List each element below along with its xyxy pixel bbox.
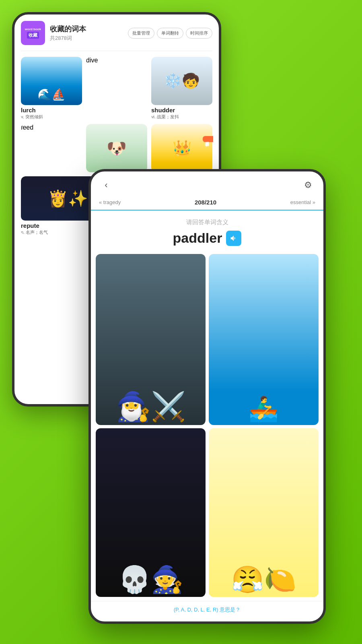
word-card-lurch[interactable]: lurch v. 突然倾斜 <box>21 57 82 120</box>
puppy-image: 🐶 <box>86 124 147 172</box>
wordbook-count: 共2878词 <box>50 35 123 42</box>
lurch-def: v. 突然倾斜 <box>21 114 82 120</box>
option-c[interactable]: 💀🧙 C. 诅咒；咒骂；诽谤 <box>96 428 206 597</box>
word-row-1: lurch v. 突然倾斜 dive ❄️🧒 shudder vi. 战栗；发抖 <box>21 57 212 120</box>
king-image: 👑 <box>151 124 212 172</box>
shudder-def: vi. 战栗；发抖 <box>151 114 212 120</box>
word-card-dive[interactable]: dive <box>86 57 147 120</box>
option-a[interactable]: 🧙‍♂️⚔️ A. 勇敢的；英勇的； 勇敢地面对 <box>96 254 206 425</box>
quiz-progress-nav: « tragedy 208/210 essential » <box>91 196 323 211</box>
lurch-image <box>21 57 82 105</box>
word-card-feed[interactable]: feed <box>21 124 82 172</box>
option-b-image: 🚣‍♂️ <box>209 254 319 425</box>
quiz-spelling: (P, A, D, D, L, E, R) 意思是？ <box>91 601 323 621</box>
quiz-prompt: 请回答单词含义 <box>99 219 315 226</box>
back-button[interactable]: ‹ <box>99 178 113 192</box>
progress-indicator: 208/210 <box>195 199 216 206</box>
option-c-image: 💀🧙 <box>96 428 206 597</box>
feed-card: feed <box>21 124 82 172</box>
shudder-word: shudder <box>151 107 212 114</box>
quiz-question-area: 请回答单词含义 paddler <box>91 211 323 250</box>
time-sort-button[interactable]: 时间排序 <box>186 28 212 39</box>
dive-card: dive <box>86 57 147 105</box>
quiz-word: paddler <box>173 230 222 246</box>
wordbook-title: 收藏的词本 <box>50 24 123 34</box>
settings-button[interactable]: ⚙ <box>301 178 315 192</box>
option-d[interactable]: 😤🍋 D. 不愉快的；厌恶的； 不为人喜的 <box>209 428 319 597</box>
quiz-word-row: paddler <box>99 230 315 246</box>
option-a-image: 🧙‍♂️⚔️ <box>96 254 206 425</box>
sound-button[interactable] <box>226 231 241 246</box>
option-b[interactable]: 🚣‍♂️ B. 涉水者；涉泥浆者； 划独木舟者 <box>209 254 319 425</box>
restudy-tag: 重新学 <box>203 136 213 142</box>
quiz-options: 🧙‍♂️⚔️ A. 勇敢的；英勇的； 勇敢地面对 🚣‍♂️ B. 涉水者；涉泥浆… <box>91 250 323 601</box>
wordbook-icon: word book 收藏 <box>21 21 45 45</box>
batch-manage-button[interactable]: 批量管理 <box>128 28 154 39</box>
shudder-image: ❄️🧒 <box>151 57 212 105</box>
spelling-text[interactable]: (P, A, D, D, L, E, R) 意思是？ <box>97 606 317 613</box>
wordbook-actions: 批量管理 单词翻转 时间排序 <box>128 28 212 39</box>
option-d-image: 😤🍋 <box>209 428 319 597</box>
wordbook-header: word book 收藏 收藏的词本 共2878词 批量管理 单词翻转 时间排序 <box>21 21 212 51</box>
word-card-king[interactable]: 👑 n... <box>151 124 212 172</box>
quiz-navbar: ‹ ⚙ <box>91 171 323 196</box>
word-card-puppy[interactable]: 🐶 p... <box>86 124 147 172</box>
phone-front: ‹ ⚙ « tragedy 208/210 essential » 请回答单词含… <box>88 169 326 624</box>
speaker-icon <box>230 234 238 242</box>
next-word-nav[interactable]: essential » <box>290 199 315 205</box>
wordbook-title-area: 收藏的词本 共2878词 <box>50 24 123 42</box>
lurch-word: lurch <box>21 107 82 114</box>
prev-word-nav[interactable]: « tragedy <box>99 199 121 205</box>
word-card-shudder[interactable]: ❄️🧒 shudder vi. 战栗；发抖 <box>151 57 212 120</box>
word-row-2: 重新学 feed 🐶 p... 👑 n... <box>21 124 212 172</box>
word-flip-button[interactable]: 单词翻转 <box>157 28 183 39</box>
